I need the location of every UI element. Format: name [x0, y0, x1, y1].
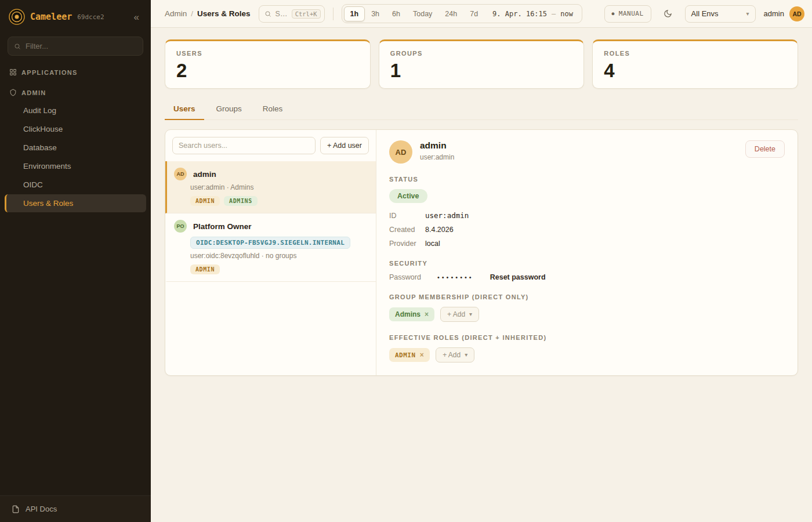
user-list-toolbar: + Add user	[165, 130, 376, 161]
sidebar-section-applications[interactable]: APPLICATIONS	[0, 60, 151, 81]
group-chip-admins: Admins ×	[389, 307, 434, 321]
api-docs-link[interactable]: API Docs	[0, 495, 151, 522]
page-content: USERS 2 GROUPS 1 ROLES 4 Users Groups Ro…	[151, 28, 812, 522]
topbar: Admin / Users & Roles S… Ctrl+K 1h 3h 6h…	[151, 0, 812, 28]
logo-row: Cameleer 69dcce2 «	[0, 0, 151, 32]
refresh-mode-button[interactable]: ● MANUAL	[604, 5, 651, 23]
effective-roles-heading: EFFECTIVE ROLES (DIRECT + INHERITED)	[389, 334, 785, 341]
stat-label: ROLES	[604, 50, 786, 57]
section-label: ADMIN	[21, 89, 46, 96]
group-badge: ADMINS	[224, 196, 258, 206]
add-group-label: + Add	[447, 310, 465, 318]
time-range-1h[interactable]: 1h	[344, 6, 365, 21]
sidebar-filter-input[interactable]	[26, 42, 137, 50]
field-label-id: ID	[389, 212, 425, 220]
time-range-picker: 1h 3h 6h Today 24h 7d 9. Apr. 16:15 — no…	[342, 4, 582, 23]
sidebar-item-users-roles[interactable]: Users & Roles	[5, 194, 146, 212]
sidebar-item-oidc[interactable]: OIDC	[5, 176, 146, 194]
section-label: APPLICATIONS	[21, 69, 78, 76]
avatar: PO	[174, 220, 187, 233]
user-list-item-admin[interactable]: AD admin user:admin · Admins ADMIN ADMIN…	[165, 161, 376, 213]
applications-icon	[9, 68, 17, 76]
delete-user-button[interactable]: Delete	[745, 140, 785, 158]
detail-title: admin	[420, 140, 454, 151]
time-range-today[interactable]: Today	[407, 6, 438, 21]
field-value-created: 8.4.2026	[425, 226, 454, 234]
stat-value: 1	[390, 61, 573, 80]
role-chip-label: ADMIN	[395, 351, 416, 359]
add-group-button[interactable]: + Add ▾	[440, 307, 479, 322]
sidebar-item-audit-log[interactable]: Audit Log	[5, 102, 146, 119]
field-label-created: Created	[389, 226, 425, 234]
users-panel: + Add user AD admin user:admin · Admins …	[165, 129, 798, 376]
sidebar-filter	[8, 37, 143, 56]
user-list-item-platform-owner[interactable]: PO Platform Owner OIDC:DESKTOP-FB5VGJ9.S…	[165, 213, 376, 282]
group-membership-heading: GROUP MEMBERSHIP (DIRECT ONLY)	[389, 293, 785, 300]
avatar: AD	[789, 6, 804, 21]
user-name: admin	[193, 170, 216, 179]
environment-select[interactable]: All Envs ▾	[685, 5, 756, 23]
search-icon	[264, 10, 271, 17]
sidebar-section-admin[interactable]: ADMIN	[0, 81, 151, 101]
security-heading: SECURITY	[389, 260, 785, 267]
sidebar-item-clickhouse[interactable]: ClickHouse	[5, 120, 146, 138]
field-value-provider: local	[425, 240, 440, 248]
stat-cards: USERS 2 GROUPS 1 ROLES 4	[165, 39, 798, 89]
chevron-down-icon: ▾	[746, 11, 749, 17]
dark-mode-toggle[interactable]	[659, 5, 677, 23]
time-dash: —	[552, 10, 556, 18]
search-text: S…	[276, 10, 288, 18]
role-badge: ADMIN	[190, 264, 220, 274]
add-role-label: + Add	[443, 351, 461, 359]
password-mask: ••••••••	[437, 274, 474, 281]
chevron-down-icon: ▾	[465, 352, 467, 358]
user-meta: user:admin · Admins	[190, 183, 368, 191]
user-search-input[interactable]	[172, 137, 316, 154]
field-label-provider: Provider	[389, 240, 425, 248]
main-area: Admin / Users & Roles S… Ctrl+K 1h 3h 6h…	[151, 0, 812, 522]
group-chip-label: Admins	[395, 310, 420, 318]
app-logo-icon	[9, 9, 25, 25]
time-range-7d[interactable]: 7d	[463, 6, 484, 21]
user-detail-panel: AD admin user:admin Delete STATUS Active…	[376, 130, 798, 375]
sidebar-item-database[interactable]: Database	[5, 139, 146, 157]
user-list-column: + Add user AD admin user:admin · Admins …	[165, 130, 376, 375]
status-dot-icon: ●	[612, 11, 615, 16]
remove-group-icon[interactable]: ×	[425, 310, 429, 318]
add-role-button[interactable]: + Add ▾	[436, 347, 474, 362]
remove-role-icon[interactable]: ×	[420, 351, 425, 359]
app-name: Cameleer	[30, 12, 72, 22]
sidebar-item-environments[interactable]: Environments	[5, 157, 146, 175]
time-range-3h[interactable]: 3h	[365, 6, 386, 21]
tab-roles[interactable]: Roles	[254, 99, 292, 120]
breadcrumb-parent[interactable]: Admin	[165, 9, 187, 18]
add-user-button[interactable]: + Add user	[320, 137, 369, 154]
tab-groups[interactable]: Groups	[208, 99, 251, 120]
password-label: Password	[389, 273, 421, 281]
stat-card-roles: ROLES 4	[592, 39, 798, 89]
chevron-down-icon: ▾	[469, 311, 472, 317]
user-meta: user:oidc:8evzqofluhld · no groups	[190, 252, 368, 260]
time-range-24h[interactable]: 24h	[438, 6, 463, 21]
stat-label: GROUPS	[390, 50, 573, 57]
document-icon	[12, 505, 20, 513]
tab-users[interactable]: Users	[165, 99, 204, 120]
stat-label: USERS	[176, 50, 359, 57]
reset-password-link[interactable]: Reset password	[490, 273, 546, 281]
time-display[interactable]: 9. Apr. 16:15 — now	[484, 10, 580, 18]
moon-icon	[664, 9, 672, 18]
sidebar-collapse-button[interactable]: «	[130, 11, 143, 23]
stat-value: 2	[176, 61, 359, 80]
refresh-mode-label: MANUAL	[619, 10, 644, 17]
role-chips: ADMIN × + Add ▾	[389, 347, 785, 362]
search-icon	[14, 43, 21, 50]
detail-fields: ID user:admin Created 8.4.2026 Provider …	[389, 211, 785, 248]
time-start: 9. Apr. 16:15	[492, 10, 547, 18]
avatar: AD	[389, 140, 412, 164]
global-search-button[interactable]: S… Ctrl+K	[259, 5, 325, 23]
app-root: Cameleer 69dcce2 « APPLICATIONS ADMIN Au…	[0, 0, 812, 522]
breadcrumb-separator: /	[191, 9, 193, 18]
user-menu[interactable]: admin AD	[764, 6, 804, 21]
time-range-6h[interactable]: 6h	[386, 6, 407, 21]
shield-icon	[9, 89, 17, 96]
